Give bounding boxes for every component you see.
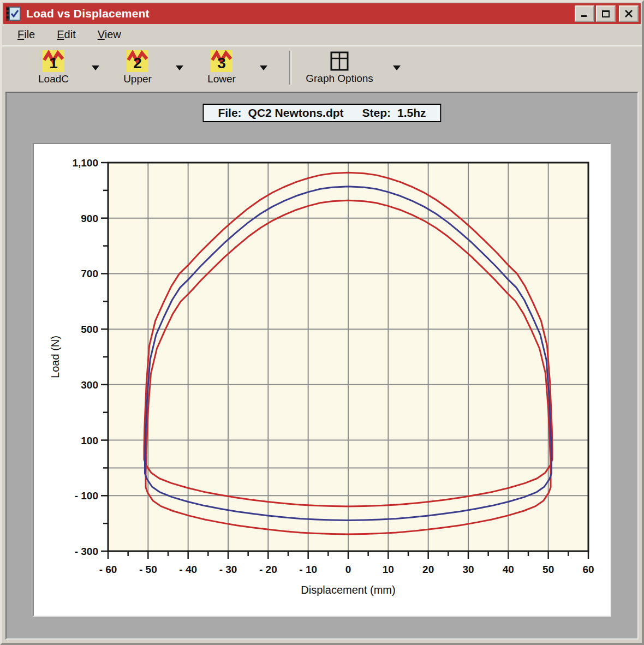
- svg-text:- 60: - 60: [99, 564, 117, 575]
- toolbar: 1 LoadC 2 Upper 3 Lower: [2, 45, 642, 89]
- svg-text:0: 0: [345, 564, 351, 575]
- window-title: Load vs Displacement: [26, 7, 570, 20]
- load-displacement-chart: - 60- 50- 40- 30- 20- 1001020304050601,1…: [34, 144, 610, 616]
- chevron-down-icon: [176, 65, 183, 70]
- minimize-icon: [580, 10, 589, 17]
- menu-file[interactable]: File: [11, 27, 41, 43]
- upper-icon-number: 2: [133, 55, 142, 71]
- svg-text:30: 30: [462, 564, 474, 575]
- loadc-dropdown-button[interactable]: [80, 52, 111, 83]
- svg-text:20: 20: [422, 564, 434, 575]
- svg-text:700: 700: [81, 268, 98, 279]
- svg-text:50: 50: [542, 564, 554, 575]
- loadc-label: LoadC: [38, 73, 69, 85]
- upper-button[interactable]: 2 Upper: [111, 50, 164, 85]
- svg-text:- 20: - 20: [259, 564, 277, 575]
- form-area: File:QC2 Newtons.dptStep:1.5hz - 60- 50-…: [5, 92, 639, 640]
- svg-text:- 30: - 30: [219, 564, 237, 575]
- svg-text:1,100: 1,100: [72, 157, 98, 169]
- app-window: Load vs Displacement File Edit: [0, 0, 644, 645]
- svg-text:- 50: - 50: [139, 564, 157, 575]
- step-key: Step:: [362, 106, 391, 119]
- y-axis-title: Load (N): [49, 336, 61, 378]
- menu-edit-accel: E: [57, 28, 64, 40]
- file-info-bar: File:QC2 Newtons.dptStep:1.5hz: [202, 104, 441, 122]
- upper-label: Upper: [123, 73, 152, 85]
- close-icon: [624, 10, 633, 17]
- minimize-button[interactable]: [575, 5, 594, 22]
- menu-view[interactable]: View: [91, 27, 128, 43]
- lower-icon: 3: [211, 50, 232, 72]
- maximize-icon: [601, 10, 610, 17]
- menu-file-rest: ile: [24, 28, 35, 40]
- loadc-icon: 1: [43, 50, 64, 72]
- menu-edit-rest: dit: [64, 28, 76, 40]
- graph-options-button[interactable]: Graph Options: [298, 51, 381, 85]
- toolbar-separator: [289, 51, 291, 85]
- maximize-button[interactable]: [596, 5, 616, 22]
- svg-text:40: 40: [503, 564, 514, 575]
- chart-panel: - 60- 50- 40- 30- 20- 1001020304050601,1…: [33, 143, 611, 617]
- graph-options-label: Graph Options: [306, 73, 373, 85]
- upper-icon: 2: [127, 50, 148, 72]
- svg-text:10: 10: [383, 564, 394, 575]
- lower-dropdown-button[interactable]: [248, 52, 279, 83]
- menu-view-accel: V: [98, 28, 105, 40]
- file-value: QC2 Newtons.dpt: [248, 106, 344, 119]
- loadc-icon-number: 1: [49, 55, 58, 71]
- close-button[interactable]: [619, 5, 639, 22]
- chevron-down-icon: [92, 65, 99, 70]
- upper-dropdown-button[interactable]: [164, 52, 195, 83]
- svg-text:- 300: - 300: [75, 546, 98, 557]
- lower-button[interactable]: 3 Lower: [195, 50, 248, 85]
- menu-view-rest: iew: [105, 28, 121, 40]
- graph-options-icon: [329, 51, 350, 71]
- x-axis-title: Displacement (mm): [301, 584, 395, 596]
- loadc-button[interactable]: 1 LoadC: [27, 50, 80, 85]
- app-icon: [5, 5, 22, 22]
- svg-text:- 100: - 100: [75, 490, 98, 501]
- svg-text:- 10: - 10: [299, 564, 317, 575]
- menu-bar: File Edit View: [2, 24, 642, 45]
- svg-text:300: 300: [81, 379, 98, 391]
- title-bar[interactable]: Load vs Displacement: [3, 3, 641, 24]
- chevron-down-icon: [260, 65, 267, 70]
- menu-file-accel: F: [17, 28, 24, 40]
- window-controls: [575, 5, 639, 22]
- svg-text:900: 900: [81, 213, 98, 224]
- lower-label: Lower: [207, 73, 236, 85]
- lower-icon-number: 3: [217, 55, 226, 71]
- chevron-down-icon: [393, 65, 401, 70]
- graph-options-dropdown-button[interactable]: [381, 52, 413, 83]
- svg-text:100: 100: [81, 435, 98, 446]
- step-value: 1.5hz: [397, 106, 426, 119]
- svg-text:60: 60: [582, 564, 594, 575]
- svg-text:500: 500: [81, 324, 98, 335]
- file-key: File:: [218, 106, 241, 119]
- svg-text:- 40: - 40: [179, 564, 197, 575]
- menu-edit[interactable]: Edit: [50, 27, 82, 43]
